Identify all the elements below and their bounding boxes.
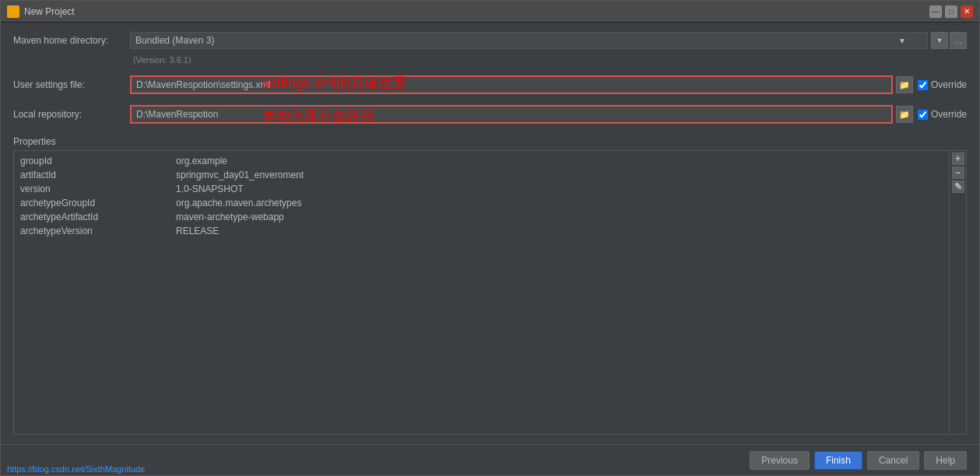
annotation-local: 本地仓库存放路径 — [262, 107, 374, 125]
local-repo-row: Local repository: 📁 Override 本地仓库存放路径 — [13, 105, 967, 124]
version-text: (Version: 3.6.1) — [133, 55, 191, 65]
local-repo-folder-btn[interactable]: 📁 — [896, 106, 913, 123]
table-row: groupId org.example — [17, 154, 946, 168]
finish-button[interactable]: Finish — [814, 451, 862, 470]
table-row: version 1.0-SNAPSHOT — [17, 182, 946, 196]
local-repo-label: Local repository: — [13, 109, 130, 120]
table-row: artifactId springmvc_day01_enveroment — [17, 168, 946, 182]
window-icon — [7, 5, 19, 18]
user-settings-folder-btn[interactable]: 📁 — [896, 76, 913, 93]
window-controls: — □ ✕ — [929, 5, 973, 18]
prop-key: archetypeGroupId — [20, 198, 176, 208]
svg-rect-0 — [9, 7, 18, 16]
prop-key: artifactId — [20, 170, 176, 180]
prop-value: maven-archetype-webapp — [176, 212, 943, 222]
user-settings-label: User settings file: — [13, 79, 130, 90]
maven-home-dropdown-container: ▼ — [130, 32, 928, 49]
version-row: (Version: 3.6.1) — [130, 55, 967, 71]
previous-button[interactable]: Previous — [750, 451, 810, 470]
prop-key: archetypeArtifactId — [20, 212, 176, 222]
properties-sidebar: + − ✎ — [949, 151, 966, 434]
maven-home-dropdown-btn[interactable]: ▼ — [931, 32, 948, 49]
prop-key: archetypeVersion — [20, 226, 176, 236]
edit-property-button[interactable]: ✎ — [952, 180, 964, 193]
prop-value: springmvc_day01_enveroment — [176, 170, 943, 180]
add-property-button[interactable]: + — [952, 152, 964, 165]
maven-home-folder-btn[interactable]: … — [950, 32, 967, 49]
user-settings-override-checkbox[interactable] — [918, 80, 928, 90]
remove-property-button[interactable]: − — [952, 166, 964, 179]
dialog-footer: https://blog.csdn.net/SixthMagnitude Pre… — [1, 444, 979, 475]
user-settings-override-label: Override — [931, 79, 967, 90]
footer-url: https://blog.csdn.net/SixthMagnitude — [1, 463, 151, 475]
local-repo-override-label: Override — [931, 109, 967, 120]
main-window: New Project — □ ✕ Maven home directory: … — [0, 0, 980, 476]
minimize-button[interactable]: — — [929, 5, 942, 18]
user-settings-input[interactable] — [130, 75, 893, 94]
prop-key: groupId — [20, 156, 176, 166]
dialog-content: Maven home directory: ▼ ▼ … (Version: 3.… — [1, 23, 979, 444]
window-title: New Project — [24, 6, 929, 17]
prop-value: RELEASE — [176, 226, 943, 236]
table-row: archetypeGroupId org.apache.maven.archet… — [17, 196, 946, 210]
properties-list: groupId org.example artifactId springmvc… — [14, 151, 949, 434]
maven-home-input[interactable] — [130, 32, 928, 49]
maven-home-row: Maven home directory: ▼ ▼ … — [13, 32, 967, 49]
properties-header: Properties — [13, 136, 967, 147]
close-button[interactable]: ✕ — [961, 5, 973, 18]
properties-table: groupId org.example artifactId springmvc… — [13, 150, 967, 435]
local-repo-input[interactable] — [130, 105, 893, 124]
cancel-button[interactable]: Cancel — [867, 451, 919, 470]
user-settings-override-container: Override — [918, 79, 967, 90]
maximize-button[interactable]: □ — [945, 5, 957, 18]
local-repo-override-checkbox[interactable] — [918, 110, 928, 120]
properties-inner: groupId org.example artifactId springmvc… — [14, 151, 966, 434]
prop-key: version — [20, 184, 176, 194]
prop-value: org.example — [176, 156, 943, 166]
user-settings-row: User settings file: 📁 Override settings.… — [13, 75, 967, 94]
table-row: archetypeVersion RELEASE — [17, 224, 946, 238]
title-bar: New Project — □ ✕ — [1, 1, 979, 23]
table-row: archetypeArtifactId maven-archetype-weba… — [17, 210, 946, 224]
annotation-settings: settings.xml的具体位置 — [262, 74, 406, 93]
prop-value: 1.0-SNAPSHOT — [176, 184, 943, 194]
maven-home-label: Maven home directory: — [13, 35, 130, 46]
prop-value: org.apache.maven.archetypes — [176, 198, 943, 208]
properties-section: Properties groupId org.example artifactI… — [13, 136, 967, 435]
local-repo-override-container: Override — [918, 109, 967, 120]
help-button[interactable]: Help — [924, 451, 967, 470]
